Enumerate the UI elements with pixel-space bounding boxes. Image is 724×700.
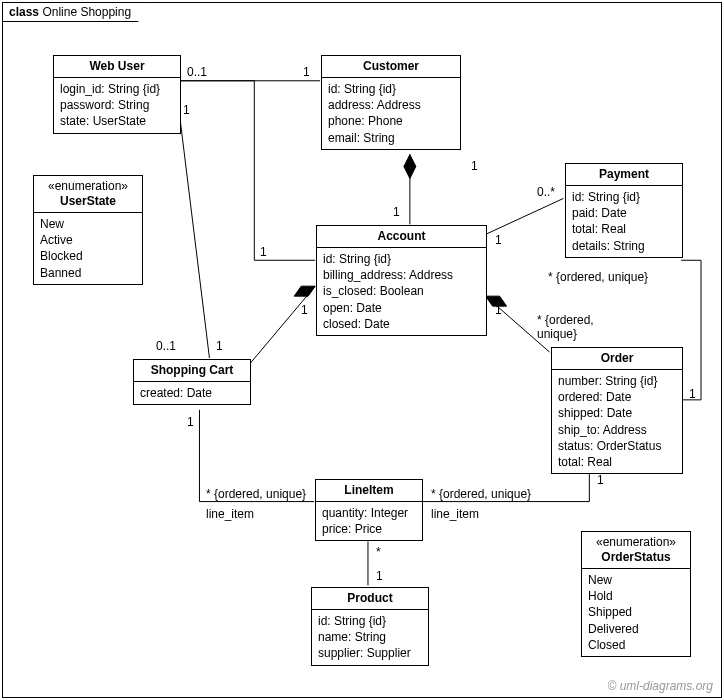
class-webuser-attrs: login_id: String {id} password: String s…	[54, 78, 180, 133]
mult-webuser-customer-far: 1	[303, 65, 310, 79]
svg-line-1	[181, 123, 210, 358]
mult-lineitem-product-star: *	[376, 545, 381, 559]
class-userstate-hdr: «enumeration» UserState	[34, 176, 142, 213]
class-account: Account id: String {id} billing_address:…	[316, 225, 487, 336]
mult-account-order-star: * {ordered, unique}	[537, 313, 607, 341]
class-customer-attrs: id: String {id} address: Address phone: …	[322, 78, 460, 149]
svg-marker-5	[294, 286, 315, 296]
class-orderstatus-hdr: «enumeration» OrderStatus	[582, 532, 690, 569]
role-order-lineitem: line_item	[431, 507, 479, 521]
class-userstate: «enumeration» UserState New Active Block…	[33, 175, 143, 285]
mult-customer-account-top: 1	[393, 205, 400, 219]
class-orderstatus-attrs: New Hold Shipped Delivered Closed	[582, 569, 690, 656]
class-order-name: Order	[552, 348, 682, 370]
class-product-attrs: id: String {id} name: String supplier: S…	[312, 610, 428, 665]
mult-order-lineitem-star: * {ordered, unique}	[431, 487, 531, 501]
class-payment-attrs: id: String {id} paid: Date total: Real d…	[566, 186, 682, 257]
class-payment: Payment id: String {id} paid: Date total…	[565, 163, 683, 258]
mult-payment-order-1: 1	[689, 387, 696, 401]
mult-cart-lineitem-star: * {ordered, unique}	[206, 487, 306, 501]
class-order-attrs: number: String {id} ordered: Date shippe…	[552, 370, 682, 473]
class-customer: Customer id: String {id} address: Addres…	[321, 55, 461, 150]
mult-customer-account-right: 1	[471, 159, 478, 173]
mult-lineitem-product-1: 1	[376, 569, 383, 583]
class-lineitem: LineItem quantity: Integer price: Price	[315, 479, 423, 541]
frame-title: Online Shopping	[42, 5, 131, 19]
class-order: Order number: String {id} ordered: Date …	[551, 347, 683, 474]
watermark: © uml-diagrams.org	[607, 679, 713, 693]
class-lineitem-attrs: quantity: Integer price: Price	[316, 502, 422, 540]
mult-payment-order-star: * {ordered, unique}	[548, 270, 648, 284]
mult-account-webuser-1a: 1	[260, 245, 267, 259]
class-lineitem-name: LineItem	[316, 480, 422, 502]
mult-account-webuser-1b: 1	[183, 103, 190, 117]
mult-account-payment-0s: 0..*	[537, 185, 555, 199]
mult-webuser-customer-near: 0..1	[187, 65, 207, 79]
frame-kind: class	[9, 5, 39, 19]
class-product-name: Product	[312, 588, 428, 610]
svg-line-4	[246, 286, 315, 368]
class-webuser: Web User login_id: String {id} password:…	[53, 55, 181, 134]
role-cart-lineitem: line_item	[206, 507, 254, 521]
class-shoppingcart-attrs: created: Date	[134, 382, 250, 404]
class-shoppingcart-name: Shopping Cart	[134, 360, 250, 382]
class-product: Product id: String {id} name: String sup…	[311, 587, 429, 666]
mult-cart-lineitem-1: 1	[187, 415, 194, 429]
mult-account-payment-1: 1	[495, 233, 502, 247]
mult-account-cart-1: 1	[301, 303, 308, 317]
class-userstate-stereo: «enumeration»	[40, 179, 136, 194]
class-shoppingcart: Shopping Cart created: Date	[133, 359, 251, 405]
diagram-frame: class Online Shopping	[2, 2, 722, 698]
class-customer-name: Customer	[322, 56, 460, 78]
mult-order-lineitem-1: 1	[597, 473, 604, 487]
frame-title-tab: class Online Shopping	[2, 2, 150, 22]
mult-account-cart-01: 0..1	[156, 339, 176, 353]
class-userstate-name: UserState	[60, 194, 116, 208]
svg-line-6	[486, 198, 564, 234]
class-payment-name: Payment	[566, 164, 682, 186]
mult-account-cart-1b: 1	[216, 339, 223, 353]
mult-account-order-1: 1	[495, 303, 502, 317]
class-account-attrs: id: String {id} billing_address: Address…	[317, 248, 486, 335]
class-userstate-attrs: New Active Blocked Banned	[34, 213, 142, 284]
class-orderstatus-name: OrderStatus	[601, 550, 670, 564]
class-account-name: Account	[317, 226, 486, 248]
class-webuser-name: Web User	[54, 56, 180, 78]
class-orderstatus: «enumeration» OrderStatus New Hold Shipp…	[581, 531, 691, 657]
class-orderstatus-stereo: «enumeration»	[588, 535, 684, 550]
svg-marker-3	[404, 155, 416, 179]
